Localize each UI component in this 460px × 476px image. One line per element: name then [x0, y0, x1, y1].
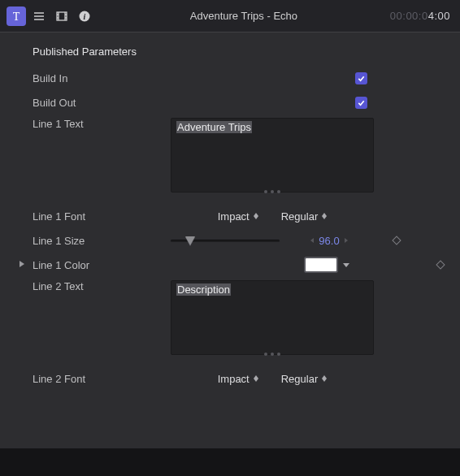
row-line1-color: Line 1 Color	[13, 253, 447, 277]
label-build-out: Build Out	[33, 97, 154, 109]
timecode-hours: 00:00:0	[390, 10, 428, 22]
stepper-icon	[254, 375, 258, 382]
footer-bar	[0, 448, 460, 476]
row-line1-size: Line 1 Size 96.0	[13, 228, 447, 253]
caret-right-icon[interactable]	[345, 238, 348, 243]
label-line1-color-text: Line 1 Color	[33, 259, 89, 271]
label-line2-text: Line 2 Text	[33, 280, 154, 292]
stepper-icon	[254, 213, 258, 219]
inspector-tabs: T i	[7, 6, 98, 26]
line1-font-style-value: Regular	[281, 210, 319, 223]
value-line1-size[interactable]: 96.0	[293, 235, 366, 247]
select-line1-font-style[interactable]: Regular	[281, 210, 328, 223]
label-line1-font: Line 1 Font	[33, 210, 154, 223]
row-line2-font: Line 2 Font Impact Regular	[13, 366, 447, 391]
tab-info[interactable]: i	[75, 6, 94, 26]
label-line1-text: Line 1 Text	[33, 118, 154, 130]
svg-text:T: T	[13, 11, 20, 23]
checkbox-build-out[interactable]	[355, 97, 367, 109]
row-build-out: Build Out	[13, 90, 447, 115]
line1-text-value: Adventure Trips	[176, 121, 252, 133]
textarea-line1-text[interactable]: Adventure Trips	[171, 118, 374, 193]
colorwell-line1-color[interactable]	[304, 257, 338, 273]
inspector-header: T i Adventure Trips - Echo 00:00:04:00	[0, 0, 460, 32]
stepper-icon	[322, 375, 327, 382]
label-line1-color: Line 1 Color	[33, 259, 154, 271]
label-line2-font: Line 2 Font	[33, 373, 154, 385]
select-line2-font-family[interactable]: Impact	[218, 373, 258, 385]
tab-text[interactable]: T	[7, 6, 26, 26]
line2-font-family-value: Impact	[218, 373, 250, 385]
timecode[interactable]: 00:00:04:00	[390, 10, 450, 22]
caret-left-icon[interactable]	[310, 238, 314, 243]
row-build-in: Build In	[13, 66, 447, 90]
timecode-seconds: 4:00	[428, 10, 450, 22]
stepper-icon	[322, 213, 327, 219]
keyframe-button[interactable]	[436, 260, 445, 269]
keyframe-button[interactable]	[392, 236, 401, 244]
line2-text-value: Description	[176, 283, 231, 296]
tab-list[interactable]	[29, 6, 49, 26]
published-parameters-panel: Published Parameters Build In Build Out …	[0, 32, 460, 448]
slider-thumb-icon[interactable]	[185, 236, 195, 245]
select-line2-font-style[interactable]: Regular	[281, 373, 328, 385]
label-line1-size: Line 1 Size	[33, 235, 154, 247]
color-popup-icon[interactable]	[343, 263, 349, 267]
tab-filmstrip[interactable]	[52, 6, 72, 26]
svg-text:i: i	[84, 12, 86, 21]
row-line1-text: Line 1 Text Adventure Trips	[13, 115, 447, 193]
label-build-in: Build In	[33, 72, 154, 84]
disclosure-triangle-icon[interactable]	[20, 261, 24, 267]
row-line2-text: Line 2 Text Description	[13, 277, 447, 355]
resize-handle-icon[interactable]	[264, 190, 280, 193]
line1-font-family-value: Impact	[218, 210, 250, 223]
slider-line1-size[interactable]	[171, 240, 280, 242]
section-title: Published Parameters	[13, 44, 447, 66]
select-line1-font-family[interactable]: Impact	[218, 210, 258, 223]
line1-size-number: 96.0	[319, 235, 339, 247]
inspector-title: Adventure Trips - Echo	[98, 10, 390, 22]
textarea-line2-text[interactable]: Description	[171, 280, 374, 355]
row-line1-font: Line 1 Font Impact Regular	[13, 204, 447, 228]
checkbox-build-in[interactable]	[355, 72, 367, 84]
line2-font-style-value: Regular	[281, 373, 319, 385]
resize-handle-icon[interactable]	[264, 353, 280, 356]
